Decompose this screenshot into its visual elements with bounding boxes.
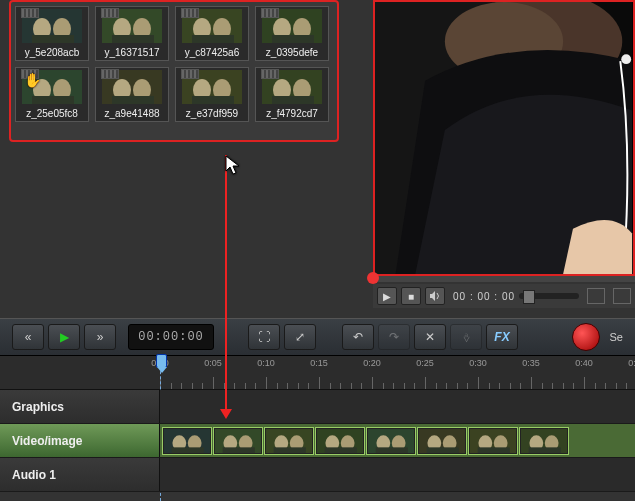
timeline-clip[interactable] bbox=[213, 427, 263, 455]
timeline-clip[interactable] bbox=[264, 427, 314, 455]
media-clip[interactable]: y_5e208acb bbox=[15, 6, 89, 61]
svg-rect-79 bbox=[470, 429, 516, 453]
media-bin-grid: y_5e208acb y_16371517 y_c87425a6 bbox=[15, 6, 333, 122]
play-button[interactable]: ▶ bbox=[48, 324, 80, 350]
timeline-clip[interactable] bbox=[519, 427, 569, 455]
timeline-ruler[interactable]: 0:000:050:100:150:200:250:300:350:400:45 bbox=[160, 356, 635, 389]
ruler-tick-label: 0:40 bbox=[575, 358, 593, 368]
ruler-tick-label: 0:30 bbox=[469, 358, 487, 368]
ruler-tick-label: 0:45 bbox=[628, 358, 635, 368]
media-bin: y_5e208acb y_16371517 y_c87425a6 bbox=[9, 0, 339, 142]
track-audio-1-head[interactable]: Audio 1 bbox=[0, 458, 160, 491]
timeline-tracks: Graphics Video/image bbox=[0, 390, 635, 492]
clip-thumbnail: ✋ bbox=[22, 70, 82, 104]
svg-rect-69 bbox=[368, 429, 414, 453]
split-button[interactable]: ⎀ bbox=[450, 324, 482, 350]
clip-label: z_e37df959 bbox=[177, 108, 247, 119]
svg-rect-49 bbox=[164, 429, 210, 453]
film-icon bbox=[101, 69, 119, 79]
fx-button[interactable]: FX bbox=[486, 324, 518, 350]
cursor-icon bbox=[225, 155, 243, 177]
media-clip[interactable]: z_e37df959 bbox=[175, 67, 249, 122]
preview-mute-button[interactable] bbox=[425, 287, 445, 305]
timeline-clip[interactable] bbox=[315, 427, 365, 455]
preview-fullscreen-button[interactable] bbox=[613, 288, 631, 304]
clip-thumbnail bbox=[262, 9, 322, 43]
preview-panel bbox=[373, 0, 635, 276]
annotation-arrow bbox=[225, 155, 227, 417]
next-button[interactable]: » bbox=[84, 324, 116, 350]
preview-stop-button[interactable]: ■ bbox=[401, 287, 421, 305]
preview-timecode: 00 : 00 : 00 bbox=[453, 291, 515, 302]
preview-snapshot-button[interactable] bbox=[587, 288, 605, 304]
preview-transport: ▶ ■ 00 : 00 : 00 bbox=[373, 284, 635, 308]
preview-image bbox=[375, 2, 633, 274]
media-clip[interactable]: z_f4792cd7 bbox=[255, 67, 329, 122]
clip-thumbnail bbox=[22, 9, 82, 43]
svg-rect-54 bbox=[215, 429, 261, 453]
undo-button[interactable]: ↶ bbox=[342, 324, 374, 350]
timeline-timecode: 00:00:00 bbox=[128, 324, 214, 350]
clip-label: z_25e05fc8 bbox=[17, 108, 87, 119]
timeline-clip[interactable] bbox=[366, 427, 416, 455]
track-audio-1: Audio 1 bbox=[0, 458, 635, 492]
ruler-tick-label: 0:25 bbox=[416, 358, 434, 368]
media-clip[interactable]: z_0395defe bbox=[255, 6, 329, 61]
clip-label: y_c87425a6 bbox=[177, 47, 247, 58]
svg-rect-74 bbox=[419, 429, 465, 453]
film-icon bbox=[21, 8, 39, 18]
clip-label: z_0395defe bbox=[257, 47, 327, 58]
film-icon bbox=[181, 69, 199, 79]
track-graphics-head[interactable]: Graphics bbox=[0, 390, 160, 423]
preview-play-button[interactable]: ▶ bbox=[377, 287, 397, 305]
media-clip[interactable]: ✋ z_25e05fc8 bbox=[15, 67, 89, 122]
expand-button[interactable]: ⛶ bbox=[248, 324, 280, 350]
clip-label: y_16371517 bbox=[97, 47, 167, 58]
timeline-ruler-area: 0:000:050:100:150:200:250:300:350:400:45 bbox=[0, 356, 635, 390]
media-clip[interactable]: z_a9e41488 bbox=[95, 67, 169, 122]
media-clip[interactable]: y_16371517 bbox=[95, 6, 169, 61]
timeline-toolbar: « ▶ » 00:00:00 ⛶ ⤢ ↶ ↷ ✕ ⎀ FX Se bbox=[0, 318, 635, 356]
track-audio-1-lane[interactable] bbox=[160, 458, 635, 491]
timeline-clip[interactable] bbox=[468, 427, 518, 455]
preview-volume-slider[interactable] bbox=[519, 293, 579, 299]
timeline-clip[interactable] bbox=[162, 427, 212, 455]
track-video-lane[interactable] bbox=[160, 424, 635, 457]
settings-label[interactable]: Se bbox=[610, 331, 623, 343]
film-icon bbox=[261, 8, 279, 18]
delete-button[interactable]: ✕ bbox=[414, 324, 446, 350]
clip-thumbnail bbox=[102, 9, 162, 43]
svg-rect-84 bbox=[521, 429, 567, 453]
clip-thumbnail bbox=[102, 70, 162, 104]
record-button[interactable] bbox=[572, 323, 600, 351]
ruler-tick-label: 0:20 bbox=[363, 358, 381, 368]
prev-button[interactable]: « bbox=[12, 324, 44, 350]
timeline-clip[interactable] bbox=[417, 427, 467, 455]
track-video-head[interactable]: Video/image bbox=[0, 424, 160, 457]
redo-button[interactable]: ↷ bbox=[378, 324, 410, 350]
playhead-knob[interactable] bbox=[156, 354, 167, 368]
svg-rect-64 bbox=[317, 429, 363, 453]
media-clip[interactable]: y_c87425a6 bbox=[175, 6, 249, 61]
svg-point-44 bbox=[621, 54, 631, 64]
film-icon bbox=[101, 8, 119, 18]
ruler-tick-label: 0:15 bbox=[310, 358, 328, 368]
svg-rect-59 bbox=[266, 429, 312, 453]
collapse-button[interactable]: ⤢ bbox=[284, 324, 316, 350]
clip-thumbnail bbox=[182, 70, 242, 104]
grab-hand-icon: ✋ bbox=[24, 72, 41, 88]
ruler-tick-label: 0:35 bbox=[522, 358, 540, 368]
track-graphics: Graphics bbox=[0, 390, 635, 424]
clip-thumbnail bbox=[182, 9, 242, 43]
preview-scrubber[interactable] bbox=[373, 276, 635, 282]
clip-label: y_5e208acb bbox=[17, 47, 87, 58]
ruler-tick-label: 0:10 bbox=[257, 358, 275, 368]
ruler-tick-label: 0:05 bbox=[204, 358, 222, 368]
film-icon bbox=[181, 8, 199, 18]
clip-label: z_a9e41488 bbox=[97, 108, 167, 119]
film-icon bbox=[261, 69, 279, 79]
clip-thumbnail bbox=[262, 70, 322, 104]
clip-label: z_f4792cd7 bbox=[257, 108, 327, 119]
track-video: Video/image bbox=[0, 424, 635, 458]
